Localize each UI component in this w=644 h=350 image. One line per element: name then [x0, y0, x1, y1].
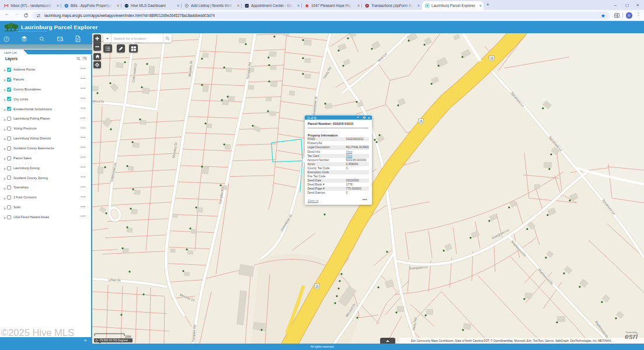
svg-text:200ft: 200ft [125, 335, 131, 338]
svg-text:15: 15 [419, 120, 422, 123]
svg-text:Lillian St: Lillian St [109, 278, 121, 282]
svg-text:alford Dr: alford Dr [92, 100, 105, 104]
svg-text:15: 15 [316, 285, 319, 288]
svg-text:15: 15 [490, 57, 493, 60]
svg-text:?: ? [5, 37, 7, 41]
